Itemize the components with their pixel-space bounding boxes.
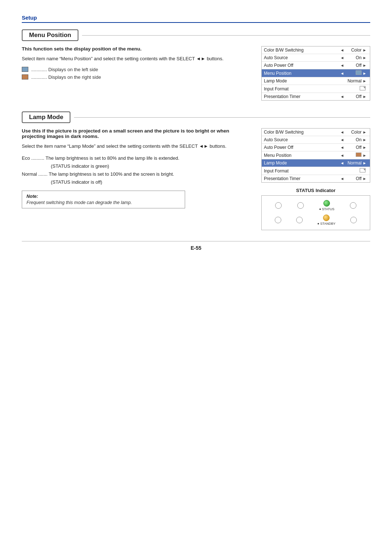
menu-row: Auto Power Off◄Off►: [262, 62, 370, 69]
eco-desc: .......... The lamp brightness is set to…: [31, 155, 179, 161]
icon-left-label: ............ Displays on the left side: [31, 67, 98, 72]
lamp-mode-body: Use this if the picture is projected on …: [22, 128, 370, 230]
menu-position-title-bar: Menu Position: [22, 29, 370, 41]
indicator-item: [275, 217, 281, 223]
menu-row: Presentation Timer◄Off►: [262, 175, 370, 182]
lamp-mode-left: Use this if the picture is projected on …: [22, 128, 247, 230]
menu-row-file-icon: [360, 86, 366, 90]
menu-row: Auto Source◄On►: [262, 54, 370, 62]
menu-position-icon-right-row: ............ Displays on the right side: [22, 74, 247, 80]
menu-row-arrow-left: ◄: [340, 176, 344, 181]
menu-row-label: Color B/W Switching: [264, 48, 339, 53]
menu-row-value: Normal: [345, 78, 362, 83]
menu-row-arrow-right: ►: [363, 48, 367, 52]
menu-position-normal-text: Select item name “Menu Position” and sel…: [22, 55, 247, 62]
lamp-mode-right: Color B/W Switching◄Color►Auto Source◄On…: [261, 128, 370, 230]
lamp-mode-title: Lamp Mode: [22, 111, 70, 123]
menu-row: Color B/W Switching◄Color►: [262, 129, 370, 136]
indicator-circle-green: [323, 200, 330, 207]
menu-row-label: Input Format: [264, 86, 347, 91]
normal-row: Normal ....... The lamp brightness is se…: [22, 170, 247, 178]
menu-row-label: Color B/W Switching: [264, 130, 339, 135]
normal-desc: ....... The lamp brightness is set to 10…: [38, 171, 174, 177]
menu-row-arrow-left: ◄: [340, 161, 344, 165]
indicator-item: ● STANDBY: [317, 215, 335, 225]
menu-row-arrow-left: ◄: [340, 153, 344, 158]
menu-row: Menu Position◄►: [262, 151, 370, 159]
menu-row-arrow-left: ◄: [340, 145, 344, 150]
indicator-circle-empty: [350, 217, 357, 223]
menu-row-label: Menu Position: [264, 71, 339, 76]
icon-right-label: ............ Displays on the right side: [31, 74, 101, 80]
menu-row-arrow-left: ◄: [340, 63, 344, 68]
menu-row: Presentation Timer◄Off►: [262, 93, 370, 100]
indicator-circle-empty: [297, 202, 304, 209]
lamp-mode-table: Color B/W Switching◄Color►Auto Source◄On…: [261, 128, 370, 183]
menu-row-value: [345, 152, 362, 158]
menu-row-arrow-left: ◄: [340, 56, 344, 60]
menu-row: Auto Source◄On►: [262, 136, 370, 144]
menu-row-icon-right: [356, 152, 362, 157]
eco-label: Eco: [22, 155, 30, 161]
menu-position-title-line: [82, 35, 370, 36]
menu-row-arrow-right: ►: [363, 94, 367, 99]
menu-row-arrow-right: ►: [363, 138, 367, 142]
page-number: E-55: [191, 245, 201, 251]
menu-row-label: Lamp Mode: [264, 78, 343, 83]
menu-position-body: This function sets the display position …: [22, 46, 370, 101]
lamp-mode-title-bar: Lamp Mode: [22, 111, 370, 123]
indicator-item: [297, 202, 304, 209]
menu-row-arrow-left: ◄: [340, 48, 344, 52]
menu-position-panel: Color B/W Switching◄Color►Auto Source◄On…: [261, 46, 370, 101]
menu-position-table: Color B/W Switching◄Color►Auto Source◄On…: [261, 46, 370, 101]
indicator-circle-empty: [275, 202, 282, 209]
indicator-label: ● STATUS: [319, 207, 334, 211]
menu-position-section: Menu Position This function sets the dis…: [22, 29, 370, 101]
menu-row-arrow-right: ►: [363, 63, 367, 68]
menu-row-label: Auto Source: [264, 137, 339, 142]
menu-row-label: Presentation Timer: [264, 176, 339, 181]
menu-row-label: Auto Source: [264, 55, 339, 60]
menu-row: Color B/W Switching◄Color►: [262, 46, 370, 54]
menu-row-label: Lamp Mode: [264, 160, 339, 166]
menu-row-label: Menu Position: [264, 153, 339, 158]
eco-row: Eco .......... The lamp brightness is se…: [22, 154, 247, 162]
status-indicator-box: ● STATUS ● STANDBY: [261, 195, 370, 230]
menu-position-icon-left-row: ............ Displays on the left side: [22, 67, 247, 72]
indicator-row-2: ● STANDBY: [268, 215, 364, 225]
note-content: Frequent switching this mode can degrade…: [26, 200, 180, 205]
indicator-row-1: ● STATUS: [268, 200, 364, 211]
status-indicator-section: STATUS Indicator ● STATUS ● STANDBY: [261, 188, 370, 230]
menu-row-arrow-right: ►: [363, 130, 367, 134]
menu-row-value: Off: [345, 63, 362, 68]
indicator-item: [350, 217, 357, 223]
menu-row-arrow-right: ►: [363, 176, 367, 181]
menu-row-arrow-left: ◄: [340, 138, 344, 142]
menu-row-value: On: [345, 55, 362, 60]
indicator-item: [350, 202, 356, 209]
menu-row-label: Presentation Timer: [264, 94, 339, 99]
menu-row-arrow-right: ►: [363, 56, 367, 60]
note-box: Note: Frequent switching this mode can d…: [22, 191, 185, 208]
menu-row-file-icon: [360, 168, 366, 172]
menu-row-value: Color: [345, 48, 362, 53]
menu-row-arrow-right: ►: [363, 71, 367, 76]
menu-row-value: Off: [345, 145, 362, 150]
menu-row: Input Format: [262, 85, 370, 93]
menu-row-arrow-right: ►: [363, 145, 367, 150]
lamp-mode-bold-desc: Use this if the picture is projected on …: [22, 128, 247, 139]
status-indicator-title: STATUS Indicator: [261, 188, 370, 193]
setup-header: Setup: [22, 15, 370, 23]
menu-row: Lamp ModeNormal►: [262, 77, 370, 85]
indicator-circle-empty: [275, 217, 281, 223]
menu-row-value: [349, 168, 366, 174]
menu-row-value: Normal: [345, 160, 362, 166]
menu-row-value: Off: [345, 94, 362, 99]
menu-row-arrow-left: ◄: [340, 71, 344, 76]
indicator-circle-orange: [323, 215, 330, 221]
menu-row-value: On: [345, 137, 362, 142]
menu-row-value: Color: [345, 130, 362, 135]
indicator-circle-empty: [350, 202, 356, 209]
eco-status: (STATUS indicator is green): [51, 162, 247, 170]
menu-row-label: Auto Power Off: [264, 145, 339, 150]
